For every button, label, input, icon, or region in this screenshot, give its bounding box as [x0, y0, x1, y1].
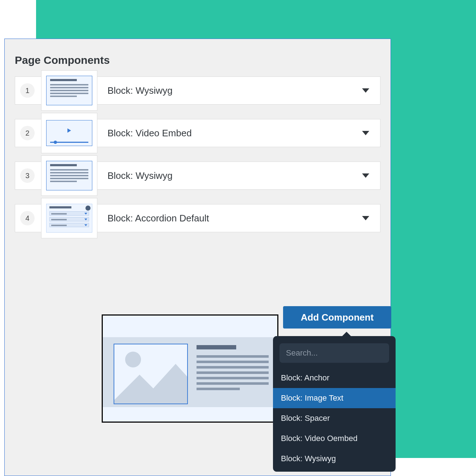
accordion-icon: [46, 204, 92, 233]
add-component-label: Add Component: [301, 312, 374, 323]
row-thumbnail: [41, 113, 97, 153]
expand-toggle[interactable]: [362, 131, 369, 135]
chevron-down-icon: [362, 173, 369, 178]
dropdown-option-image-text[interactable]: Block: Image Text: [273, 388, 396, 408]
wysiwyg-icon: [46, 76, 92, 105]
chevron-down-icon: [362, 216, 369, 220]
row-number-badge: 4: [20, 211, 35, 225]
option-label: Block: Video Oembed: [281, 434, 357, 443]
wysiwyg-icon: [46, 161, 92, 190]
row-thumbnail: [41, 155, 97, 196]
add-component-dropdown: Block: Anchor Block: Image Text Block: S…: [273, 336, 396, 472]
video-icon: [46, 120, 92, 146]
search-input[interactable]: [286, 348, 383, 358]
text-placeholder-icon: [197, 345, 269, 393]
row-number-badge: 1: [20, 83, 35, 98]
expand-toggle[interactable]: [362, 173, 369, 178]
dropdown-option-anchor[interactable]: Block: Anchor: [273, 368, 396, 388]
row-label: Block: Wysiwyg: [107, 85, 362, 96]
dropdown-option-wysiwyg[interactable]: Block: Wysiwyg: [273, 449, 396, 469]
expand-toggle[interactable]: [362, 216, 369, 220]
add-component-button[interactable]: Add Component: [283, 306, 391, 329]
component-row[interactable]: 2 Block: Video Embed: [15, 119, 380, 147]
image-placeholder-icon: [114, 344, 188, 404]
option-label: Block: Spacer: [281, 414, 330, 423]
page-components-panel: Page Components 1 Block: Wysiwyg 2 Block…: [4, 39, 391, 476]
component-row[interactable]: 1 Block: Wysiwyg: [15, 76, 380, 105]
row-thumbnail: [41, 198, 97, 238]
row-label: Block: Video Embed: [107, 128, 362, 139]
component-row[interactable]: 4 Block: Accordion Default: [15, 204, 380, 232]
chevron-down-icon: [362, 131, 369, 135]
chevron-down-icon: [362, 88, 369, 93]
row-number-badge: 2: [20, 126, 35, 140]
expand-toggle[interactable]: [362, 88, 369, 93]
row-label: Block: Accordion Default: [107, 213, 362, 224]
row-label: Block: Wysiwyg: [107, 170, 362, 181]
dropdown-option-spacer[interactable]: Block: Spacer: [273, 408, 396, 428]
search-field-wrap: [279, 343, 389, 363]
lock-icon: [85, 206, 91, 211]
component-preview: [102, 314, 278, 423]
option-label: Block: Wysiwyg: [281, 454, 336, 463]
component-row[interactable]: 3 Block: Wysiwyg: [15, 162, 380, 190]
option-label: Block: Anchor: [281, 373, 330, 383]
row-thumbnail: [41, 70, 97, 111]
option-label: Block: Image Text: [281, 393, 343, 403]
row-number-badge: 3: [20, 168, 35, 183]
dropdown-option-video-oembed[interactable]: Block: Video Oembed: [273, 428, 396, 449]
component-rows: 1 Block: Wysiwyg 2 Block: Video Embed 3: [5, 76, 391, 232]
